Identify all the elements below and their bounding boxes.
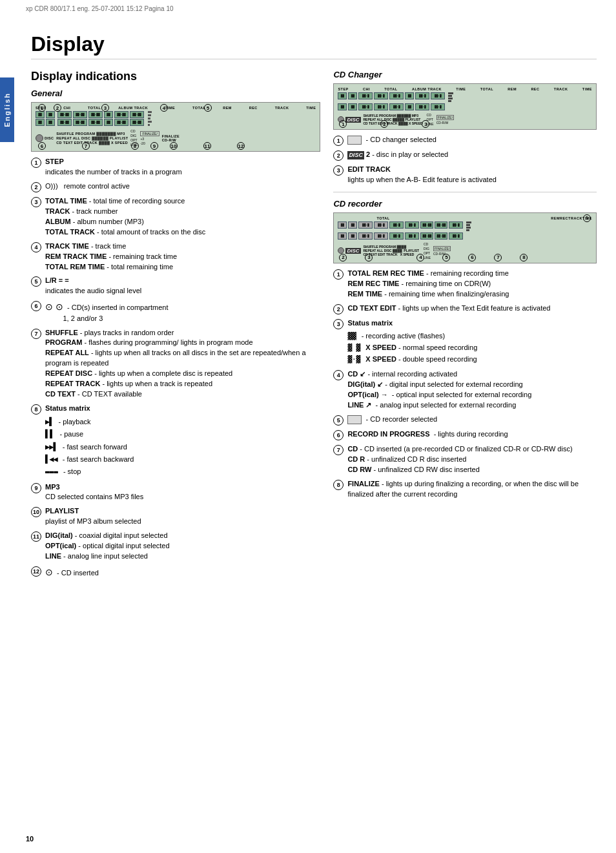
item-num-2: 2 <box>31 182 41 192</box>
cd-changer-diagram: STEP CHI TOTAL ALBUM TRACK TIME TOTAL RE… <box>333 83 597 130</box>
recorder-item-2: 2 CD TEXT EDIT - lights up when the Text… <box>333 303 597 314</box>
list-item: 6 ⊙ ⊙ - CD(s) inserted in compartment 1,… <box>31 300 320 324</box>
cd-recorder-title: CD recorder <box>333 199 597 209</box>
side-tab-label: English <box>3 92 11 127</box>
recorder-item-3: 3 Status matrix ▓▓ - recording active (f… <box>333 318 597 366</box>
cd-changer-icon <box>347 136 362 145</box>
list-item: 7 SHUFFLE - plays tracks in random order… <box>31 328 320 400</box>
item-num-6: 6 <box>31 301 41 311</box>
item-num-7: 7 <box>31 329 41 339</box>
recorder-item-5: 5 - CD recorder selected <box>333 415 597 426</box>
item-num-5: 5 <box>31 276 41 287</box>
header-note: xp CDR 800/17.1 eng. 25-07-2001 15:12 Pa… <box>26 5 174 12</box>
item-num-3: 3 <box>31 197 41 207</box>
list-item: 10 PLAYLIST playlist of MP3 album select… <box>31 506 320 527</box>
item-num-4: 4 <box>31 242 41 252</box>
section-title: Display indications <box>31 70 320 83</box>
left-items-list: 1 STEP indicates the number of tracks in… <box>31 157 320 579</box>
recorder-item-8: 8 FINALIZE - lights up during finalizing… <box>333 479 597 500</box>
left-column: Display indications General STEP CHI TOT… <box>31 70 320 582</box>
cd-recorder-icon <box>347 415 362 424</box>
subsection-general: General <box>31 88 320 98</box>
list-item: 8 Status matrix ▶▌ - playback ▌▌ - pause <box>31 404 320 478</box>
recorder-item-7: 7 CD - CD inserted (a pre-recorded CD or… <box>333 444 597 475</box>
list-item: 1 STEP indicates the number of tracks in… <box>31 157 320 178</box>
recorder-item-1: 1 TOTAL REM REC TIME - remaining recordi… <box>333 269 597 300</box>
cd-recorder-section: CD recorder TOTAL REM REC TRACK TIME <box>333 199 597 500</box>
item-num-11: 11 <box>31 531 41 542</box>
recorder-item-4: 4 CD ↙ - internal recording activated DI… <box>333 369 597 411</box>
page-number: 10 <box>26 835 34 843</box>
item-num-10: 10 <box>31 507 41 517</box>
page-title: Display <box>31 32 597 59</box>
cd-changer-title: CD Changer <box>333 70 597 79</box>
item-num-12: 12 <box>31 566 41 577</box>
list-item: 12 ⊙ - CD inserted <box>31 566 320 579</box>
recorder-item-6: 6 RECORD IN PROGRESS - lights during rec… <box>333 429 597 440</box>
changer-item-3: 3 EDIT TRACK lights up when the A-B- Edi… <box>333 165 597 185</box>
section-divider <box>333 192 597 192</box>
changer-item-2: 2 DISC 2 - disc in play or selected <box>333 150 597 161</box>
general-display-diagram: STEP CHI TOTAL ALBUM TRACK TIME TOTAL RE… <box>31 102 320 152</box>
changer-item-1: 1 - CD changer selected <box>333 135 597 146</box>
list-item: 4 TRACK TIME - track time REM TRACK TIME… <box>31 242 320 272</box>
list-item: 3 TOTAL TIME - total time of recording s… <box>31 196 320 238</box>
cd-changer-section: CD Changer STEP CHI TOTAL ALBUM TRACK TI… <box>333 70 597 185</box>
side-tab: English <box>0 77 14 142</box>
list-item: 9 MP3 CD selected contains MP3 files <box>31 482 320 503</box>
cd-recorder-diagram: TOTAL REM REC TRACK TIME ▓▓ ▓▓ ▓▓·▓ ▓▓·▓ <box>333 212 597 263</box>
right-column: CD Changer STEP CHI TOTAL ALBUM TRACK TI… <box>333 70 597 582</box>
list-item: 5 L/R = = indicates the audio signal lev… <box>31 276 320 296</box>
item-num-9: 9 <box>31 483 41 493</box>
list-item: 11 DIG(ital) - coaxial digital input sel… <box>31 531 320 562</box>
item-num-1: 1 <box>31 158 41 168</box>
item-num-8: 8 <box>31 404 41 415</box>
list-item: 2 O))) remote control active <box>31 181 320 192</box>
